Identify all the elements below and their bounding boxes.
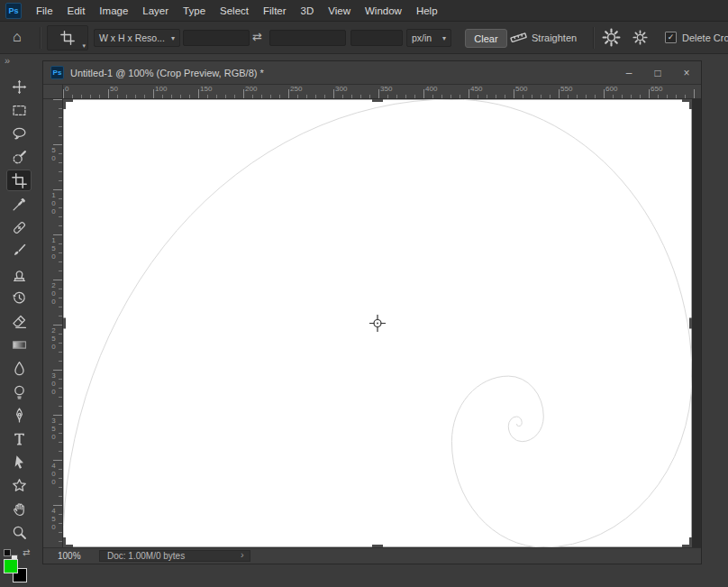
type-icon [12,431,27,446]
tool-history-brush[interactable] [6,287,32,308]
straighten-icon[interactable] [510,29,527,48]
blur-icon [12,361,27,376]
crop-settings-gear-icon[interactable] [632,30,648,47]
crop-width-input[interactable] [183,30,250,46]
photoshop-logo-icon[interactable]: Ps [5,3,22,19]
home-icon[interactable]: ⌂ [13,29,22,45]
ruler-tick [396,95,397,98]
ruler-tick [59,171,62,172]
menu-item-layer[interactable]: Layer [135,0,176,22]
color-controls: ⇄ [0,546,40,587]
document-title-bar[interactable]: Ps Untitled-1 @ 100% (Crop Preview, RGB/… [43,61,701,85]
ruler-tick [59,379,62,380]
crop-resolution-input[interactable] [350,30,403,46]
ruler-tick [53,99,62,100]
tool-pen[interactable] [6,404,32,426]
menu-item-3d[interactable]: 3D [294,0,322,22]
ruler-tick [53,280,62,280]
tool-eraser[interactable] [6,310,32,332]
ruler-tick [99,95,100,98]
tool-shape[interactable] [6,474,32,496]
crop-overlay [63,99,692,547]
tool-crop[interactable] [6,170,32,191]
menu-item-filter[interactable]: Filter [256,0,294,22]
collapse-panels-chevron[interactable]: » [5,55,10,66]
horizontal-ruler[interactable]: 050100150200250300350400450500550600650 [63,85,701,99]
menu-item-type[interactable]: Type [176,0,213,22]
ruler-tick [613,95,614,98]
menu-item-window[interactable]: Window [358,0,409,22]
tool-spot-healing[interactable] [6,216,32,238]
ruler-tick [90,95,91,98]
document-size-indicator[interactable]: Doc: 1.00M/0 bytes [99,550,250,562]
ruler-label: 250 [290,85,302,93]
canvas[interactable] [63,99,692,547]
tool-dodge[interactable] [6,381,32,402]
maximize-button[interactable]: □ [643,61,672,85]
resolution-unit-select[interactable]: px/in ▾ [406,29,451,47]
zoom-level[interactable]: 100% [58,551,81,561]
lasso-icon [12,126,27,142]
swap-colors-icon[interactable]: ⇄ [23,547,30,557]
delete-cropped-pixels-checkbox[interactable]: ✓ [665,32,677,43]
tool-type[interactable] [6,427,32,449]
overlay-options-icon[interactable] [602,28,621,49]
foreground-color-swatch[interactable] [4,559,18,573]
ruler-tick [59,334,62,335]
pen-icon [12,408,27,423]
menu-item-select[interactable]: Select [213,0,256,22]
ruler-tick [59,496,62,497]
tool-brush[interactable] [6,240,32,261]
close-button[interactable]: × [672,61,701,85]
menu-item-image[interactable]: Image [92,0,135,22]
tool-lasso[interactable] [6,123,32,144]
ruler-tick [53,460,62,461]
tool-path-selection[interactable] [6,451,32,472]
ruler-tick [59,271,62,271]
ruler-tick [649,89,650,98]
ruler-label: 500 [515,85,527,93]
minimize-button[interactable]: – [614,61,643,85]
tool-zoom[interactable] [6,521,32,543]
ruler-tick [162,95,163,98]
quick-selection-icon [12,150,27,165]
ruler-tick [59,252,62,253]
ruler-tick [53,189,62,190]
ruler-tick [505,95,505,98]
clear-button[interactable]: Clear [465,29,507,48]
ruler-label: 250 [50,326,57,351]
tool-gradient[interactable] [6,334,32,355]
ruler-tick [225,95,226,98]
tool-eyedropper[interactable] [6,193,32,215]
photoshop-window: Ps FileEditImageLayerTypeSelectFilter3DV… [0,0,728,587]
document-ps-icon: Ps [50,66,64,79]
aspect-ratio-select[interactable]: W x H x Reso... ▾ [94,29,180,47]
ruler-tick [117,95,118,98]
tool-quick-selection[interactable] [6,146,32,168]
ruler-corner[interactable] [43,85,63,99]
move-icon [12,79,27,95]
tool-preset-picker[interactable]: ▾ [47,25,88,50]
ruler-label: 650 [651,85,662,93]
tool-clone-stamp[interactable] [6,263,32,285]
vertical-ruler[interactable]: 50100150200250300350400450 [43,99,63,547]
crop-reference-point-icon[interactable] [369,315,386,332]
tool-move[interactable] [6,76,32,97]
swap-width-height-icon[interactable]: ⇄ [252,30,262,43]
straighten-button[interactable]: Straighten [532,22,577,54]
delete-cropped-pixels-label[interactable]: Delete Cro [682,22,728,54]
menu-item-view[interactable]: View [321,0,358,22]
status-chevron-icon[interactable]: › [241,549,244,560]
tool-rectangular-marquee[interactable] [6,99,32,121]
menu-item-help[interactable]: Help [409,0,445,22]
ruler-tick [216,95,217,98]
menu-item-file[interactable]: File [29,0,60,22]
tool-blur[interactable] [6,357,32,379]
tool-hand[interactable] [6,498,32,519]
crop-options-bar: ⌂ ▾ W x H x Reso... ▾ ⇄ px/in ▾ Clear St… [0,22,728,54]
ruler-tick [523,95,523,98]
menu-item-edit[interactable]: Edit [60,0,93,22]
ruler-tick [342,95,343,98]
menu-bar: Ps FileEditImageLayerTypeSelectFilter3DV… [0,0,728,22]
crop-height-input[interactable] [269,30,346,46]
